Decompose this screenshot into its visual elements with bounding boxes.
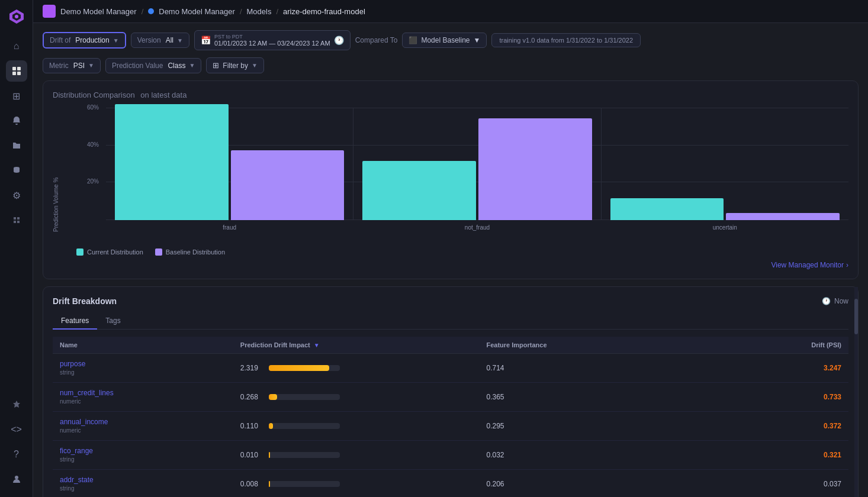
drift-bar-fill bbox=[269, 481, 270, 487]
baseline-legend-label: Baseline Distribution bbox=[166, 248, 225, 256]
view-managed-monitor-button[interactable]: View Managed Monitor › bbox=[771, 261, 848, 269]
feature-importance-cell: 0.032 bbox=[479, 441, 725, 470]
feature-name-cell: annual_incomenumeric bbox=[53, 412, 233, 441]
tab-tags[interactable]: Tags bbox=[97, 313, 128, 330]
app-logo bbox=[7, 7, 26, 26]
user-icon[interactable] bbox=[6, 469, 27, 490]
feature-type: numeric bbox=[60, 398, 81, 405]
distribution-panel: Distribution Comparison on latest data P… bbox=[43, 80, 859, 279]
table-scrollbar[interactable] bbox=[854, 287, 858, 497]
distribution-title: Distribution Comparison on latest data bbox=[53, 91, 848, 99]
fraud-label: fraud bbox=[223, 224, 236, 231]
database-icon[interactable] bbox=[6, 160, 27, 181]
drift-of-pill[interactable]: Drift of Production ▼ bbox=[43, 32, 126, 49]
baseline-icon: ⬛ bbox=[409, 36, 417, 44]
drift-impact-value: 0.008 bbox=[240, 480, 264, 488]
clock-icon: 🕐 bbox=[334, 36, 344, 45]
drift-impact-value: 0.268 bbox=[240, 393, 264, 401]
drift-table-body: purposestring 2.319 0.7143.247num_credit… bbox=[53, 354, 848, 498]
drift-bar-cell: 0.268 bbox=[240, 393, 472, 401]
drift-bar-fill bbox=[269, 452, 270, 458]
drift-psi-value: 0.321 bbox=[824, 451, 841, 459]
metric-value: PSI bbox=[73, 62, 85, 70]
col-drift-impact[interactable]: Prediction Drift Impact ▼ bbox=[233, 337, 480, 354]
feature-name[interactable]: annual_income bbox=[60, 418, 226, 426]
drift-impact-cell: 0.268 bbox=[233, 383, 480, 412]
date-range-pill[interactable]: 📅 PST to PDT 01/01/2023 12 AM — 03/24/20… bbox=[194, 30, 351, 50]
current-legend-item: Current Distribution bbox=[76, 248, 143, 256]
bar-group-fraud: fraud bbox=[106, 108, 353, 220]
breadcrumb-models[interactable]: Models bbox=[247, 7, 272, 16]
drift-impact-cell: 0.110 bbox=[233, 412, 480, 441]
class-chevron: ▼ bbox=[189, 62, 195, 69]
drift-psi-cell: 0.321 bbox=[725, 441, 848, 470]
filter-bar-row1: Drift of Production ▼ Version All ▼ 📅 PS… bbox=[43, 30, 859, 50]
filter-by-chevron: ▼ bbox=[252, 62, 258, 69]
feature-importance-value: 0.295 bbox=[486, 422, 504, 430]
tab-features[interactable]: Features bbox=[53, 313, 97, 330]
drift-of-label: Drift of bbox=[50, 36, 70, 44]
baseline-legend-item: Baseline Distribution bbox=[155, 248, 225, 256]
uncertain-current-bar bbox=[610, 198, 724, 220]
prediction-label: Prediction Value bbox=[112, 62, 163, 70]
version-value: All bbox=[166, 36, 173, 44]
date-range-value: 01/01/2023 12 AM — 03/24/2023 12 AM bbox=[214, 40, 330, 47]
y-axis-label: Prediction Volume % bbox=[53, 108, 59, 232]
chart-area: 60% 40% 20% bbox=[106, 108, 848, 220]
bell-icon[interactable] bbox=[6, 110, 27, 131]
feature-name[interactable]: purpose bbox=[60, 360, 226, 368]
cube-icon[interactable] bbox=[6, 60, 27, 82]
col-drift-psi: Drift (PSI) bbox=[725, 337, 848, 354]
drift-bar-bg bbox=[269, 452, 340, 458]
help-icon[interactable]: ? bbox=[6, 444, 27, 465]
breadcrumb-workspace[interactable]: Demo Model Manager bbox=[60, 7, 137, 16]
filter-by-label: Filter by bbox=[223, 62, 248, 70]
drift-bar-bg bbox=[269, 394, 340, 400]
metric-pill[interactable]: Metric PSI ▼ bbox=[43, 58, 101, 73]
fraud-current-bar bbox=[115, 104, 229, 220]
plugin-icon[interactable] bbox=[6, 209, 27, 231]
home-icon[interactable]: ⌂ bbox=[6, 36, 27, 57]
baseline-pill[interactable]: ⬛ Model Baseline ▼ bbox=[402, 33, 487, 48]
rocket-icon[interactable] bbox=[6, 394, 27, 415]
chart-legend: Current Distribution Baseline Distributi… bbox=[76, 248, 848, 256]
view-managed-link[interactable]: View Managed Monitor › bbox=[53, 260, 848, 269]
feature-name[interactable]: num_credit_lines bbox=[60, 389, 226, 397]
feature-name-cell: purposestring bbox=[53, 354, 233, 383]
feature-importance-cell: 0.206 bbox=[479, 470, 725, 498]
feature-name-cell: fico_rangestring bbox=[53, 441, 233, 470]
breadcrumb-project[interactable]: Demo Model Manager bbox=[159, 7, 235, 16]
fraud-baseline-bar bbox=[231, 150, 345, 220]
project-dot bbox=[148, 8, 154, 14]
drift-psi-cell: 0.733 bbox=[725, 383, 848, 412]
scrollbar-thumb[interactable] bbox=[854, 299, 858, 334]
code-icon[interactable]: <> bbox=[6, 419, 27, 440]
folder-icon[interactable] bbox=[6, 135, 27, 156]
table-header: Name Prediction Drift Impact ▼ Feature I… bbox=[53, 337, 848, 354]
svg-point-8 bbox=[15, 476, 18, 479]
grid-icon[interactable]: ⊞ bbox=[6, 85, 27, 106]
baseline-chevron: ▼ bbox=[474, 36, 481, 44]
prediction-pill[interactable]: Prediction Value Class ▼ bbox=[105, 58, 201, 73]
drift-bar-bg bbox=[269, 423, 340, 429]
feature-importance-value: 0.714 bbox=[486, 364, 504, 372]
breakdown-title: Drift Breakdown bbox=[53, 296, 117, 306]
settings-icon[interactable]: ⚙ bbox=[6, 185, 27, 206]
feature-type: string bbox=[60, 456, 74, 463]
feature-name[interactable]: addr_state bbox=[60, 476, 226, 484]
arrow-right-icon: › bbox=[846, 261, 848, 269]
table-row: purposestring 2.319 0.7143.247 bbox=[53, 354, 848, 383]
main-content: Demo Model Manager / Demo Model Manager … bbox=[33, 0, 868, 497]
col-feature-importance: Feature Importance bbox=[479, 337, 725, 354]
filter-by-pill[interactable]: ⊞ Filter by ▼ bbox=[206, 57, 264, 73]
current-legend-label: Current Distribution bbox=[87, 248, 143, 256]
drift-impact-cell: 0.008 bbox=[233, 470, 480, 498]
clock-now-icon: 🕐 bbox=[822, 297, 831, 305]
version-pill[interactable]: Version All ▼ bbox=[131, 33, 189, 48]
breadcrumb-model: arize-demo-fraud-model bbox=[283, 7, 365, 16]
calendar-icon: 📅 bbox=[201, 36, 211, 45]
feature-name[interactable]: fico_range bbox=[60, 447, 226, 455]
svg-rect-3 bbox=[12, 67, 16, 70]
feature-type: numeric bbox=[60, 427, 81, 434]
table-row: annual_incomenumeric 0.110 0.2950.372 bbox=[53, 412, 848, 441]
